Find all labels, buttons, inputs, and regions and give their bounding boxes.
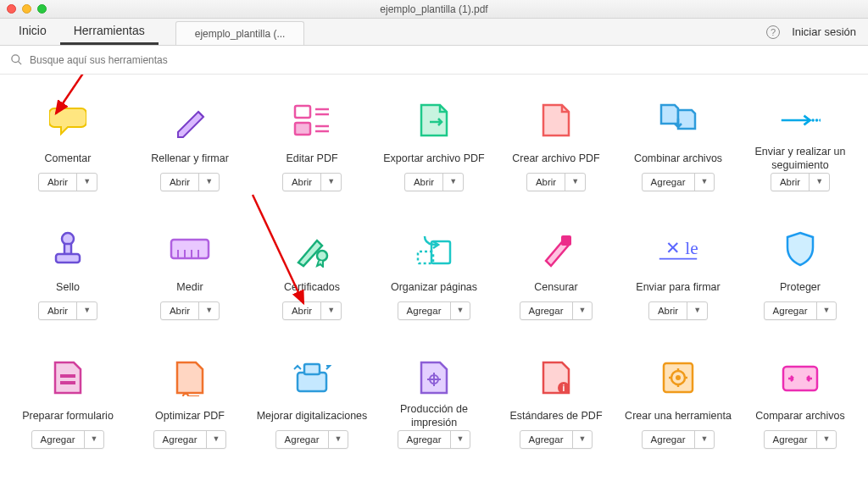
tool-label: Rellenar y firmar <box>147 146 232 173</box>
tool-crear-archivo-pdf[interactable]: Crear archivo PDFAbrir▼ <box>497 100 615 191</box>
chevron-down-icon[interactable]: ▼ <box>695 431 715 448</box>
tool-action-button[interactable]: Agregar▼ <box>520 301 593 320</box>
tool-censurar[interactable]: CensurarAgregar▼ <box>497 229 615 320</box>
chevron-down-icon[interactable]: ▼ <box>573 431 593 448</box>
tool-icon-certificados <box>292 229 332 269</box>
tool-action-button[interactable]: Agregar▼ <box>642 173 715 191</box>
tool-mejorar-digitalizaciones[interactable]: Mejorar digitalizacionesAgregar▼ <box>253 357 371 449</box>
chevron-down-icon[interactable]: ▼ <box>451 431 470 448</box>
svg-rect-33 <box>304 364 320 374</box>
tool-action-label: Agregar <box>154 431 207 448</box>
tool-action-label: Agregar <box>765 302 817 319</box>
tool-icon-organizar-paginas <box>414 229 454 269</box>
chevron-down-icon[interactable]: ▼ <box>199 302 219 319</box>
tab-tools[interactable]: Herramientas <box>60 19 159 45</box>
chevron-down-icon[interactable]: ▼ <box>85 431 104 448</box>
tool-combinar-archivos[interactable]: Combinar archivosAgregar▼ <box>619 100 737 191</box>
tool-certificados[interactable]: CertificadosAbrir▼ <box>253 229 371 320</box>
tool-editar-pdf[interactable]: Editar PDFAbrir▼ <box>253 100 371 191</box>
tool-enviar-para-firmar[interactable]: ✕ lenEnviar para firmarAbrir▼ <box>619 229 737 320</box>
tool-label: Optimizar PDF <box>152 403 228 430</box>
tool-label: Mejorar digitalizaciones <box>253 403 371 430</box>
tool-action-button[interactable]: Agregar▼ <box>398 430 471 449</box>
chevron-down-icon[interactable]: ▼ <box>321 174 341 191</box>
tool-action-label: Abrir <box>527 174 565 191</box>
chevron-down-icon[interactable]: ▼ <box>77 174 97 191</box>
maximize-window-icon[interactable] <box>37 4 47 14</box>
chevron-down-icon[interactable]: ▼ <box>207 431 226 448</box>
tool-action-label: Abrir <box>161 302 199 319</box>
help-icon[interactable]: ? <box>766 25 780 39</box>
tool-comentar[interactable]: ComentarAbrir▼ <box>8 100 127 191</box>
tool-estandares-de-pdf[interactable]: iEstándares de PDFAgregar▼ <box>497 357 615 449</box>
tab-home[interactable]: Inicio <box>5 19 60 45</box>
chevron-down-icon[interactable]: ▼ <box>321 302 341 319</box>
chevron-down-icon[interactable]: ▼ <box>817 431 837 448</box>
tool-action-label: Abrir <box>283 174 321 191</box>
tool-action-button[interactable]: Agregar▼ <box>153 430 227 449</box>
search-input[interactable] <box>30 54 284 66</box>
tool-action-button[interactable]: Agregar▼ <box>275 430 349 449</box>
tool-action-label: Agregar <box>398 431 451 448</box>
tool-icon-proteger <box>780 229 821 269</box>
chevron-down-icon[interactable]: ▼ <box>451 302 470 319</box>
tool-action-button[interactable]: Agregar▼ <box>520 430 593 449</box>
tool-action-button[interactable]: Abrir▼ <box>526 173 586 191</box>
tool-action-button[interactable]: Abrir▼ <box>648 301 708 320</box>
tool-action-button[interactable]: Abrir▼ <box>282 301 342 320</box>
tool-action-button[interactable]: Abrir▼ <box>160 301 220 320</box>
tool-exportar-archivo-pdf[interactable]: Exportar archivo PDFAbrir▼ <box>375 100 493 191</box>
chevron-down-icon[interactable]: ▼ <box>817 302 837 319</box>
tool-action-button[interactable]: Abrir▼ <box>38 173 97 191</box>
tool-action-button[interactable]: Agregar▼ <box>642 430 715 449</box>
tool-label: Censurar <box>531 274 581 301</box>
tool-icon-crear-archivo-pdf <box>536 100 576 141</box>
tool-icon-enviar-para-firmar: ✕ len <box>658 229 698 269</box>
chevron-down-icon[interactable]: ▼ <box>199 174 219 191</box>
chevron-down-icon[interactable]: ▼ <box>810 174 829 191</box>
chevron-down-icon[interactable]: ▼ <box>695 174 715 191</box>
tool-preparar-formulario[interactable]: Preparar formularioAgregar▼ <box>8 357 127 449</box>
tool-label: Exportar archivo PDF <box>380 146 487 173</box>
chevron-down-icon[interactable]: ▼ <box>565 174 585 191</box>
tool-rellenar-y-firmar[interactable]: Rellenar y firmarAbrir▼ <box>131 100 249 191</box>
tool-optimizar-pdf[interactable]: Optimizar PDFAgregar▼ <box>131 357 249 449</box>
tool-crear-una-herramienta[interactable]: Crear una herramientaAgregar▼ <box>619 357 737 449</box>
tool-medir[interactable]: MedirAbrir▼ <box>131 229 249 320</box>
tool-action-label: Abrir <box>161 174 199 191</box>
minimize-window-icon[interactable] <box>22 4 31 14</box>
chevron-down-icon[interactable]: ▼ <box>573 302 593 319</box>
tool-icon-comentar <box>47 100 88 141</box>
tool-produccion-de-impresion[interactable]: Producción de impresiónAgregar▼ <box>375 357 493 449</box>
tool-action-button[interactable]: Abrir▼ <box>282 173 342 191</box>
chevron-down-icon[interactable]: ▼ <box>443 174 463 191</box>
tool-action-button[interactable]: Abrir▼ <box>38 301 97 320</box>
chevron-down-icon[interactable]: ▼ <box>687 302 707 319</box>
chevron-down-icon[interactable]: ▼ <box>77 302 97 319</box>
tool-action-button[interactable]: Agregar▼ <box>764 430 837 449</box>
login-link[interactable]: Iniciar sesión <box>792 25 856 38</box>
tool-sello[interactable]: SelloAbrir▼ <box>8 229 127 320</box>
tool-comparar-archivos[interactable]: Comparar archivosAgregar▼ <box>741 357 860 449</box>
svg-point-12 <box>815 119 819 122</box>
tool-action-button[interactable]: Abrir▼ <box>771 173 830 191</box>
tool-action-label: Abrir <box>39 302 77 319</box>
tool-organizar-paginas[interactable]: Organizar páginasAgregar▼ <box>375 229 493 320</box>
tool-action-button[interactable]: Abrir▼ <box>404 173 464 191</box>
tool-enviar-y-realizar-un-seguimiento[interactable]: Enviar y realizar un seguimientoAbrir▼ <box>741 100 860 191</box>
tool-proteger[interactable]: ProtegerAgregar▼ <box>741 229 860 320</box>
tool-action-label: Agregar <box>398 302 451 319</box>
tool-icon-exportar-archivo-pdf <box>414 100 454 141</box>
tool-label: Comparar archivos <box>752 403 849 430</box>
tool-action-button[interactable]: Agregar▼ <box>398 301 471 320</box>
tab-document[interactable]: ejemplo_plantilla (... <box>175 21 305 45</box>
tool-action-button[interactable]: Agregar▼ <box>31 430 105 449</box>
tools-area: ComentarAbrir▼Rellenar y firmarAbrir▼Edi… <box>0 75 868 481</box>
window-title: ejemplo_plantilla (1).pdf <box>0 3 868 15</box>
chevron-down-icon[interactable]: ▼ <box>329 431 348 448</box>
tool-action-button[interactable]: Agregar▼ <box>764 301 837 320</box>
tool-action-button[interactable]: Abrir▼ <box>160 173 220 191</box>
close-window-icon[interactable] <box>7 4 16 14</box>
svg-rect-4 <box>295 106 310 118</box>
tool-action-label: Agregar <box>520 431 573 448</box>
